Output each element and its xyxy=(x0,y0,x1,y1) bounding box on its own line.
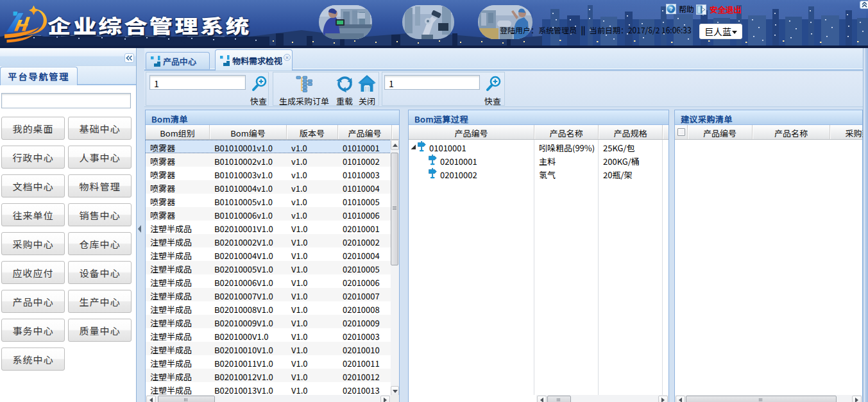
table-cell: B02010008V1.0 xyxy=(210,301,287,315)
quick-search-button-2[interactable]: 快查 xyxy=(482,74,504,107)
scroll-left-button[interactable] xyxy=(537,396,547,402)
table-row[interactable]: 喷雾器B01010006v1.0v1.001010006 xyxy=(146,207,399,221)
table-cell: 注塑半成品 xyxy=(146,301,210,315)
scroll-thumb[interactable] xyxy=(686,396,837,402)
help-button[interactable]: ? 帮助 xyxy=(666,3,694,14)
table-row[interactable]: 注塑半成品B02010002V1.0V1.002010002 xyxy=(146,234,399,247)
sidebar-item-17[interactable]: 系统中心 xyxy=(1,348,65,371)
tab-icon xyxy=(150,55,161,67)
arrow-down-icon xyxy=(393,390,398,393)
sidebar-item-3[interactable]: 行政中心 xyxy=(1,146,65,169)
sidebar-item-16[interactable]: 质量中心 xyxy=(68,319,132,342)
purchase-list-hscrollbar[interactable] xyxy=(675,395,862,402)
sidebar-item-7[interactable]: 往来单位 xyxy=(1,203,65,226)
table-row[interactable]: 注塑半成品B02010004V1.0V1.002010004 xyxy=(146,247,399,261)
tab-material-demand-view[interactable]: 物料需求检视 × xyxy=(215,49,293,71)
column-header[interactable]: 产品编号 xyxy=(338,125,392,139)
sidebar-item-12[interactable]: 设备中心 xyxy=(68,261,132,284)
home-icon xyxy=(358,74,376,92)
table-row[interactable]: 注塑半成品B02010013V1.0V1.002010013 xyxy=(146,382,399,396)
tree-row[interactable]: 02010001主料200KG/桶 xyxy=(409,153,668,167)
table-row[interactable]: 注塑半成品B02010010V1.0V1.002010010 xyxy=(146,342,399,355)
table-cell: V1.0 xyxy=(287,355,338,369)
sidebar-item-4[interactable]: 人事中心 xyxy=(68,146,132,169)
table-row[interactable]: 喷雾器B01010001v1.0v1.001010001 xyxy=(146,140,399,153)
sidebar-item-14[interactable]: 生产中心 xyxy=(68,290,132,313)
sidebar-item-11[interactable]: 应收应付 xyxy=(1,261,65,284)
sidebar-item-6[interactable]: 物料管理 xyxy=(68,174,132,197)
scroll-thumb[interactable] xyxy=(158,396,215,402)
table-cell: 02010007 xyxy=(338,288,392,301)
table-row[interactable]: 喷雾器B01010004v1.0v1.001010004 xyxy=(146,180,399,194)
arrow-right-icon xyxy=(855,398,858,402)
sidebar-item-2[interactable]: 基础中心 xyxy=(68,117,132,140)
table-row[interactable]: 注塑半成品B02010008V1.0V1.002010008 xyxy=(146,301,399,315)
bom-process-hscrollbar[interactable] xyxy=(536,395,668,402)
table-row[interactable]: 注塑半成品B02010005V1.0V1.002010005 xyxy=(146,261,399,274)
column-header[interactable]: 产品名称 xyxy=(534,125,599,139)
table-row[interactable]: 注塑半成品B0201000V1.0V1.002010003 xyxy=(146,328,399,342)
sidebar-collapse-button[interactable] xyxy=(124,53,134,63)
window-vscrollbar[interactable] xyxy=(863,48,868,402)
bom-list-hscrollbar[interactable] xyxy=(146,395,391,402)
tab-close-icon[interactable]: × xyxy=(284,54,291,61)
tree-node-code: 02010002 xyxy=(440,167,534,180)
scroll-left-button[interactable] xyxy=(676,396,685,402)
header-collapse-button[interactable] xyxy=(860,1,868,9)
column-header[interactable]: 版本号 xyxy=(287,125,338,139)
close-button[interactable]: 关闭 xyxy=(357,74,377,107)
scroll-right-button[interactable] xyxy=(658,396,668,402)
thumb-grip xyxy=(393,206,396,210)
sidebar-item-10[interactable]: 仓库中心 xyxy=(68,232,132,255)
bom-list-vscrollbar[interactable] xyxy=(391,140,399,396)
tab-product-center[interactable]: 产品中心 xyxy=(146,52,210,69)
scroll-right-button[interactable] xyxy=(852,396,862,402)
bom-structure-icon xyxy=(296,74,312,92)
sidebar-item-1[interactable]: 我的桌面 xyxy=(1,117,65,140)
theme-select[interactable]: 巨人蓝 xyxy=(699,24,742,39)
arrow-left-icon xyxy=(149,398,153,402)
column-header[interactable]: Bom组别 xyxy=(146,125,210,139)
table-row[interactable]: 喷雾器B01010002v1.0v1.001010002 xyxy=(146,153,399,167)
sidebar-splitter-collapse-icon[interactable] xyxy=(138,225,141,233)
tree-row[interactable]: 02010002氢气20瓶/架 xyxy=(409,167,668,180)
generate-purchase-order-button[interactable]: 生成采购订单 xyxy=(278,74,330,107)
table-row[interactable]: 喷雾器B01010005v1.0v1.001010005 xyxy=(146,194,399,207)
tree-row[interactable]: 01010001吲哚粗品(99%)25KG/包 xyxy=(409,140,668,153)
quick-search-input-2[interactable] xyxy=(384,75,480,90)
sidebar-item-8[interactable]: 销售中心 xyxy=(68,203,132,226)
sidebar-item-9[interactable]: 采购中心 xyxy=(1,232,65,255)
safe-exit-button[interactable]: 安全退出 xyxy=(696,3,742,15)
sidebar-item-13[interactable]: 产品中心 xyxy=(1,290,65,313)
quick-search-button-1[interactable]: 快查 xyxy=(248,74,269,107)
table-row[interactable]: 喷雾器B01010003v1.0v1.001010003 xyxy=(146,167,399,180)
scroll-up-button[interactable] xyxy=(391,140,399,150)
arrow-up-icon xyxy=(393,144,398,147)
column-header[interactable]: 产品编号 xyxy=(409,125,534,139)
table-row[interactable]: 注塑半成品B02010007V1.0V1.002010007 xyxy=(146,288,399,301)
scroll-left-button[interactable] xyxy=(146,396,156,402)
tree-expand-icon[interactable] xyxy=(411,144,416,149)
tree-node-spec: 25KG/包 xyxy=(599,140,663,153)
sidebar-search-input[interactable] xyxy=(1,93,131,108)
table-row[interactable]: 注塑半成品B02010012V1.0V1.002010012 xyxy=(146,369,399,382)
table-row[interactable]: 注塑半成品B02010006V1.0V1.002010006 xyxy=(146,274,399,288)
select-all-checkbox[interactable] xyxy=(677,128,685,136)
reload-button[interactable]: 重载 xyxy=(334,74,355,107)
table-row[interactable]: 注塑半成品B02010009V1.0V1.002010009 xyxy=(146,315,399,328)
sidebar-tab-platform-nav[interactable]: 平台导航管理 xyxy=(0,67,78,85)
column-header[interactable]: Bom编号 xyxy=(210,125,287,139)
sidebar-item-5[interactable]: 文档中心 xyxy=(1,174,65,197)
quick-search-input-1[interactable] xyxy=(149,75,246,90)
main-area: 产品中心 物料需求检视 × xyxy=(144,48,868,402)
table-row[interactable]: 注塑半成品B02010011V1.0V1.002010011 xyxy=(146,355,399,369)
scroll-thumb[interactable] xyxy=(391,153,398,265)
column-header[interactable]: 产品名称 xyxy=(753,125,830,139)
column-header[interactable]: 产品编号 xyxy=(688,125,753,139)
scroll-right-button[interactable] xyxy=(380,396,390,402)
bom-process-panel: Bom运算过程 产品编号产品名称产品规格 01010001吲哚粗品(99%)25… xyxy=(408,110,669,402)
table-row[interactable]: 注塑半成品B02010001V1.0V1.002010001 xyxy=(146,221,399,234)
sidebar-item-15[interactable]: 事务中心 xyxy=(1,319,65,342)
scroll-thumb[interactable] xyxy=(547,396,571,402)
column-header[interactable]: 产品规格 xyxy=(599,125,663,139)
